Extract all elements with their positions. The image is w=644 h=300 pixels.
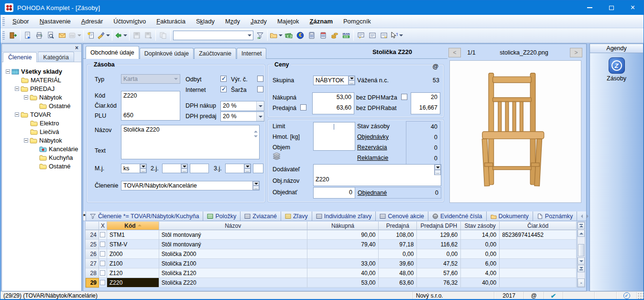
menu-sklady[interactable]: Sklady bbox=[191, 16, 220, 27]
odbyt-checkbox[interactable] bbox=[220, 76, 227, 82]
table-row-29[interactable]: 29Z220Stolička Z22053,0063,6076,3240,00 bbox=[86, 278, 577, 288]
chevron-down-icon[interactable] bbox=[246, 31, 253, 40]
menu-jazdy[interactable]: Jazdy bbox=[245, 16, 272, 27]
search-combobox[interactable] bbox=[173, 31, 253, 40]
close-button[interactable]: × bbox=[622, 0, 644, 15]
dropdown-icon[interactable] bbox=[77, 34, 81, 36]
print-preview-button[interactable] bbox=[45, 30, 56, 41]
scroll-down-button[interactable] bbox=[578, 257, 585, 265]
bottom-tab-zviazane[interactable]: Zviazané bbox=[240, 211, 281, 221]
row-checkbox-cell[interactable] bbox=[99, 278, 107, 288]
scroll-down-icon[interactable] bbox=[254, 132, 258, 139]
sarza-checkbox[interactable] bbox=[257, 86, 263, 92]
doc-folder-button[interactable] bbox=[269, 30, 283, 41]
nazov-text-input[interactable]: Stolička Z220 bbox=[121, 125, 260, 159]
menu-mzdy[interactable]: Mzdy bbox=[220, 16, 245, 27]
menu-subor[interactable]: Súbor bbox=[7, 16, 34, 27]
scroll-up-button[interactable] bbox=[578, 230, 585, 237]
vyrc-checkbox[interactable] bbox=[257, 76, 263, 82]
j3-coef-input[interactable] bbox=[253, 164, 263, 173]
bottom-tab-polozky[interactable]: Položky bbox=[203, 211, 240, 221]
tab-obchodne-udaje[interactable]: Obchodné údaje bbox=[86, 46, 139, 59]
cash-button[interactable] bbox=[283, 30, 295, 41]
image-next-button[interactable]: > bbox=[570, 48, 582, 57]
minimize-button[interactable] bbox=[579, 0, 600, 15]
internet-checkbox[interactable] bbox=[220, 86, 227, 92]
message-button[interactable] bbox=[355, 30, 367, 41]
sidebar-close-icon[interactable]: × bbox=[72, 45, 81, 51]
bottom-tab-clenenie-tovar-nabytok-kuchyna[interactable]: Členenie *= TOVAR/Nábytok/Kuchyňa bbox=[86, 211, 204, 221]
predajna-checkbox[interactable] bbox=[300, 104, 306, 111]
dropdown-icon[interactable] bbox=[123, 34, 127, 36]
dph-predaj-select[interactable]: 20 % bbox=[220, 111, 264, 122]
agenda-zasoby[interactable]: ZZásoby bbox=[590, 57, 643, 82]
table-row-25[interactable]: 25STM-VStôl montovaný79,4097,18116,620,0… bbox=[86, 240, 577, 249]
menu-adresar[interactable]: Adresár bbox=[76, 16, 109, 27]
tree-expander-icon[interactable] bbox=[24, 95, 28, 100]
menu-uctovnictvo[interactable]: Účtovníctvo bbox=[108, 16, 151, 27]
column-header-nakupna[interactable]: Nákupná bbox=[307, 222, 379, 230]
row-checkbox[interactable] bbox=[100, 280, 105, 285]
tree-expander-icon[interactable] bbox=[24, 138, 28, 143]
dropdown-icon[interactable] bbox=[349, 76, 355, 80]
table-row-24[interactable]: 24STM1Stôl montovaný90,00108,00129,6014,… bbox=[86, 230, 577, 240]
j2-coef-input[interactable] bbox=[190, 164, 209, 173]
column-header-nazov[interactable]: Názov bbox=[159, 222, 307, 230]
row-checkbox-cell[interactable] bbox=[99, 240, 107, 249]
marza-rabat-input[interactable]: 20 16,667 bbox=[411, 92, 440, 114]
j2-select[interactable]: ... bbox=[162, 164, 188, 173]
tree-item-ostatne[interactable]: Ostatné bbox=[2, 162, 81, 170]
tree-expander-icon[interactable] bbox=[15, 87, 19, 91]
row-checkbox[interactable] bbox=[100, 251, 105, 256]
print-button[interactable] bbox=[33, 30, 45, 41]
j3-select[interactable]: ... bbox=[225, 164, 251, 173]
ellipsis-icon[interactable]: ... bbox=[244, 168, 251, 173]
notes-button[interactable] bbox=[367, 30, 378, 41]
status-year[interactable]: 2017 bbox=[494, 292, 524, 300]
bottom-tab-individualne-zlavy[interactable]: Individuálne zľavy bbox=[312, 211, 376, 221]
dropdown-icon[interactable] bbox=[140, 164, 146, 168]
table-row-26[interactable]: 26Z000Stolička Z0000,000,000,00 bbox=[86, 249, 577, 259]
limit-input[interactable] bbox=[313, 122, 355, 151]
row-checkbox[interactable] bbox=[100, 270, 105, 276]
column-header-predajna[interactable]: Predajná bbox=[379, 222, 417, 230]
objednat-input[interactable]: 0 bbox=[313, 187, 355, 199]
column-header-x[interactable]: X bbox=[99, 222, 107, 230]
resize-grip[interactable] bbox=[637, 292, 644, 300]
row-checkbox-cell[interactable] bbox=[99, 268, 107, 278]
tree-item-ostatne[interactable]: Ostatné bbox=[2, 101, 81, 110]
scroll-top-button[interactable] bbox=[578, 222, 585, 229]
tab-internet[interactable]: Internet bbox=[237, 48, 266, 59]
tree-item-kuchyna[interactable]: Kuchyňa bbox=[2, 153, 81, 162]
ellipsis-icon[interactable]: ... bbox=[181, 168, 187, 173]
export-button[interactable] bbox=[22, 30, 33, 41]
menu-majetok[interactable]: Majetok bbox=[272, 16, 305, 27]
dropdown-icon[interactable] bbox=[106, 34, 110, 36]
sidebar-tab-kategoria[interactable]: Kategória bbox=[38, 52, 74, 62]
iban-button[interactable]: IBAN bbox=[340, 30, 352, 41]
euro-button[interactable]: € bbox=[295, 30, 306, 41]
back-button[interactable] bbox=[114, 30, 128, 41]
tree-item-predaj[interactable]: PREDAJ bbox=[2, 84, 81, 93]
dodavatel-input[interactable]: Z220 ... bbox=[313, 164, 441, 186]
row-checkbox-cell[interactable] bbox=[99, 249, 107, 259]
clenenie-select[interactable]: TOVAR/Nábytok/Kancelárie ... bbox=[121, 181, 260, 190]
exit-button[interactable] bbox=[7, 30, 19, 41]
row-checkbox-cell[interactable] bbox=[99, 259, 107, 268]
bottom-tab-poznamky[interactable]: Poznámky bbox=[533, 211, 577, 221]
comment-button[interactable] bbox=[378, 30, 390, 41]
dropdown-icon[interactable] bbox=[399, 34, 403, 36]
dropdown-icon[interactable] bbox=[244, 164, 251, 168]
image-prev-button[interactable]: < bbox=[448, 48, 461, 57]
objednavky-link[interactable]: Objednávky bbox=[357, 133, 389, 140]
tree-item-vsetky-sklady[interactable]: Všetky sklady bbox=[2, 67, 81, 76]
column-header-predajna-dph[interactable]: Predajná DPH bbox=[417, 222, 461, 230]
day-calc-button[interactable] bbox=[317, 30, 329, 41]
menu-nastavenie[interactable]: Nastavenie bbox=[34, 16, 76, 27]
row-checkbox[interactable] bbox=[100, 261, 105, 266]
ceny-values-input[interactable]: 53,00 63,60 bbox=[312, 92, 354, 114]
dropdown-icon[interactable] bbox=[253, 181, 259, 186]
dropdown-icon[interactable] bbox=[181, 164, 187, 168]
ellipsis-icon[interactable]: ... bbox=[140, 168, 146, 173]
scrollbar-thumb[interactable] bbox=[578, 244, 584, 256]
